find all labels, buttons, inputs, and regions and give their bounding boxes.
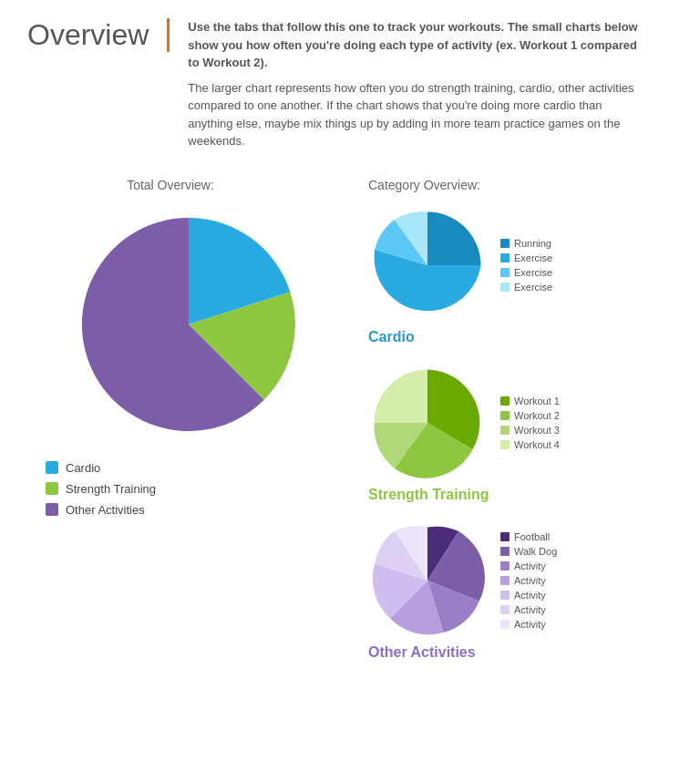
strength-legend-label: Strength Training (66, 482, 156, 496)
legend-item-cardio: Cardio (46, 461, 156, 475)
exercise3-label: Exercise (514, 282, 552, 293)
exercise1-dot (500, 253, 510, 262)
workout2-dot (500, 411, 510, 420)
strength-legend: Workout 1 Workout 2 Workout 3 Workout 4 (500, 396, 560, 450)
category-overview-title: Category Overview: (368, 178, 480, 192)
football-label: Football (514, 531, 550, 542)
running-label: Running (514, 238, 551, 249)
other-activity2-label: Activity (514, 575, 546, 586)
exercise2-dot (500, 268, 510, 277)
strength-pie-chart (368, 364, 487, 482)
other-legend-label: Other Activities (66, 503, 145, 517)
legend-item-other: Other Activities (46, 503, 156, 517)
cardio-pie-chart (368, 206, 487, 324)
walkdog-legend-item: Walk Dog (500, 546, 557, 557)
legend-item-strength: Strength Training (46, 482, 156, 496)
content-area: Total Overview: Cardio Strength Training (0, 159, 700, 697)
other-activity1-dot (500, 561, 510, 570)
strength-category-label: Strength Training (368, 487, 691, 503)
other-activity2-legend-item: Activity (500, 575, 557, 586)
cardio-category-label: Cardio (368, 329, 691, 345)
cardio-legend-dot (46, 461, 58, 474)
strength-legend-dot (46, 482, 58, 495)
category-overview-panel: Category Overview: R (350, 178, 691, 679)
other-activity3-dot (500, 591, 510, 600)
other-activity2-dot (500, 576, 510, 585)
workout2-label: Workout 2 (514, 410, 560, 421)
other-activity4-legend-item: Activity (500, 604, 557, 615)
page-title: Overview (27, 18, 170, 52)
other-activity3-label: Activity (514, 590, 546, 601)
exercise2-label: Exercise (514, 267, 552, 278)
other-activity4-label: Activity (514, 604, 546, 615)
cardio-legend: Running Exercise Exercise Exercise (500, 238, 552, 293)
cardio-legend-ex2: Exercise (500, 267, 552, 278)
strength-chart-block: Workout 1 Workout 2 Workout 3 Workout 4 (368, 364, 691, 503)
header-section: Overview Use the tabs that follow this o… (0, 0, 700, 159)
cardio-legend-running: Running (500, 238, 552, 249)
other-activity5-dot (500, 620, 510, 629)
other-activity5-label: Activity (514, 619, 546, 630)
header-bold-line: Use the tabs that follow this one to tra… (188, 18, 643, 72)
running-slice (427, 211, 481, 265)
header-description-line2: The larger chart represents how often yo… (188, 79, 643, 150)
cardio-legend-label: Cardio (66, 461, 100, 475)
header-description: Use the tabs that follow this one to tra… (188, 18, 643, 150)
other-pie-chart (368, 521, 487, 640)
cardio-legend-ex1: Exercise (500, 252, 552, 263)
workout3-label: Workout 3 (514, 425, 560, 436)
other-chart-row: Football Walk Dog Activity Activity (368, 521, 691, 640)
other-activity3-legend-item: Activity (500, 590, 557, 601)
workout4-label: Workout 4 (514, 439, 560, 450)
football-dot (500, 532, 510, 541)
workout3-legend-item: Workout 3 (500, 425, 560, 436)
total-pie-chart (70, 206, 307, 443)
workout1-label: Workout 1 (514, 396, 560, 406)
football-legend-item: Football (500, 531, 557, 542)
workout4-dot (500, 440, 510, 449)
cardio-chart-row: Running Exercise Exercise Exercise (368, 206, 691, 324)
cardio-chart-block: Running Exercise Exercise Exercise (368, 206, 691, 345)
walkdog-dot (500, 547, 510, 556)
exercise3-dot (500, 283, 510, 292)
other-activity5-legend-item: Activity (500, 619, 557, 630)
other-chart-block: Football Walk Dog Activity Activity (368, 521, 691, 661)
other-category-label: Other Activities (368, 644, 691, 661)
running-dot (500, 239, 510, 248)
workout1-legend-item: Workout 1 (500, 396, 560, 406)
other-legend: Football Walk Dog Activity Activity (500, 531, 557, 630)
workout1-dot (500, 396, 510, 406)
workout3-dot (500, 426, 510, 435)
workout2-legend-item: Workout 2 (500, 410, 560, 421)
workout4-slice (375, 369, 428, 423)
other-activity4-dot (500, 605, 510, 614)
walkdog-label: Walk Dog (514, 546, 557, 557)
exercise1-label: Exercise (514, 252, 552, 263)
strength-chart-row: Workout 1 Workout 2 Workout 3 Workout 4 (368, 364, 691, 482)
total-overview-panel: Total Overview: Cardio Strength Training (27, 178, 350, 679)
other-activity1-legend-item: Activity (500, 560, 557, 571)
total-overview-title: Total Overview: (127, 178, 214, 192)
other-activity1-label: Activity (514, 560, 546, 571)
workout4-legend-item: Workout 4 (500, 439, 560, 450)
cardio-legend-ex3: Exercise (500, 282, 552, 293)
total-overview-legend: Cardio Strength Training Other Activitie… (46, 461, 156, 524)
other-legend-dot (46, 503, 58, 516)
